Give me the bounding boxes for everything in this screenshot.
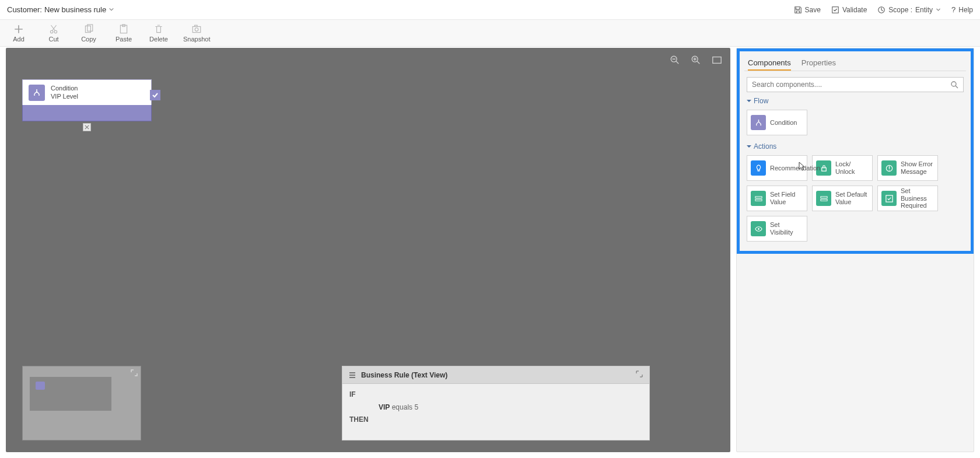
component-set-business-required[interactable]: Set Business Required xyxy=(877,186,938,211)
svg-point-14 xyxy=(951,82,956,86)
section-actions[interactable]: Actions xyxy=(747,142,964,151)
top-actions: Save Validate Scope : Entity ? Help xyxy=(794,5,973,14)
svg-rect-10 xyxy=(195,25,198,26)
zoom-out-icon xyxy=(670,55,680,65)
error-icon xyxy=(881,160,897,176)
x-icon xyxy=(85,125,89,130)
zoom-out-button[interactable] xyxy=(668,54,681,67)
component-label: Condition xyxy=(770,119,797,127)
svg-rect-18 xyxy=(755,199,761,201)
cursor-icon xyxy=(799,162,806,171)
component-condition[interactable]: Condition xyxy=(747,110,807,135)
condition-label: Condition xyxy=(51,85,78,93)
section-actions-label: Actions xyxy=(754,142,776,151)
check-icon xyxy=(152,92,159,99)
help-button[interactable]: ? Help xyxy=(951,5,973,14)
eye-icon xyxy=(751,221,766,236)
scope-label: Scope : xyxy=(888,6,912,14)
svg-rect-21 xyxy=(886,195,892,201)
paste-button[interactable]: Paste xyxy=(113,24,134,43)
expand-icon xyxy=(130,369,138,377)
component-recommendation[interactable]: Recommendation xyxy=(747,155,807,181)
delete-icon xyxy=(153,24,164,34)
svg-rect-8 xyxy=(192,26,201,32)
component-label: Set Business Required xyxy=(901,187,934,209)
component-set-default-value[interactable]: Set Default Value xyxy=(812,186,873,211)
text-view-panel: Business Rule (Text View) IF VIP equals … xyxy=(342,366,650,440)
help-label: Help xyxy=(958,6,973,14)
toolbar: Add Cut Copy Paste Delete Snapshot xyxy=(0,20,980,47)
svg-point-2 xyxy=(50,30,53,33)
page-title[interactable]: Customer: New business rule xyxy=(7,5,114,14)
text-view-title: Business Rule (Text View) xyxy=(361,371,447,379)
text-view-expand-button[interactable] xyxy=(635,370,643,380)
condition-text: Condition VIP Level xyxy=(51,85,78,101)
right-sidebar: Components Properties Flow Condition xyxy=(736,48,974,452)
if-keyword: IF xyxy=(349,390,356,398)
set-default-icon xyxy=(816,191,831,206)
title-bar: Customer: New business rule Save Validat… xyxy=(0,0,980,20)
component-lock-unlock[interactable]: Lock/ Unlock xyxy=(812,155,873,181)
snapshot-button[interactable]: Snapshot xyxy=(183,24,210,43)
title-name: New business rule xyxy=(44,5,106,14)
paste-icon xyxy=(118,24,129,34)
component-set-visibility[interactable]: Set Visibility xyxy=(747,216,807,242)
minimap-viewport[interactable] xyxy=(30,377,111,411)
zoom-in-icon xyxy=(691,55,701,65)
flow-components: Condition xyxy=(744,109,966,139)
main-layout: Condition VIP Level xyxy=(0,47,980,458)
save-icon xyxy=(794,6,802,14)
design-canvas[interactable]: Condition VIP Level xyxy=(6,48,730,452)
component-label: Recommendation xyxy=(770,165,820,172)
branch-icon xyxy=(751,115,766,130)
section-flow[interactable]: Flow xyxy=(747,97,964,105)
rule-expr: equals 5 xyxy=(392,403,418,411)
cut-button[interactable]: Cut xyxy=(43,24,64,43)
list-icon xyxy=(348,371,356,379)
svg-rect-15 xyxy=(821,167,826,171)
zoom-in-button[interactable] xyxy=(690,54,702,67)
delete-button[interactable]: Delete xyxy=(148,24,169,43)
save-label: Save xyxy=(805,6,821,14)
rule-field: VIP xyxy=(379,403,390,411)
condition-node[interactable]: Condition VIP Level xyxy=(22,79,152,121)
validate-button[interactable]: Validate xyxy=(831,6,867,14)
fit-icon xyxy=(712,55,722,65)
action-components: Recommendation Lock/ Unlock Show Error M… xyxy=(744,154,966,245)
delete-label: Delete xyxy=(149,36,168,43)
scope-icon xyxy=(877,6,886,14)
search-input[interactable] xyxy=(752,81,950,89)
copy-button[interactable]: Copy xyxy=(78,24,99,43)
collapse-icon xyxy=(747,144,751,149)
search-icon xyxy=(950,81,958,89)
minimap[interactable] xyxy=(22,366,141,440)
component-label: Set Visibility xyxy=(770,221,803,236)
add-label: Add xyxy=(13,36,24,43)
plus-icon xyxy=(13,24,24,34)
scope-select[interactable]: Scope : Entity xyxy=(877,6,941,14)
add-button[interactable]: Add xyxy=(8,24,29,43)
components-panel-highlighted: Components Properties Flow Condition xyxy=(737,48,974,254)
component-set-field-value[interactable]: Set Field Value xyxy=(747,186,807,211)
copy-label: Copy xyxy=(81,36,96,43)
expand-icon xyxy=(635,370,643,378)
tab-components[interactable]: Components xyxy=(748,56,791,71)
condition-false-handle[interactable] xyxy=(83,123,91,131)
save-button[interactable]: Save xyxy=(794,6,821,14)
minimap-expand-button[interactable] xyxy=(130,369,138,377)
tab-properties[interactable]: Properties xyxy=(802,56,836,71)
required-icon xyxy=(881,191,897,206)
rule-expression: VIP equals 5 xyxy=(379,401,642,414)
chevron-down-icon xyxy=(936,7,941,12)
component-show-error[interactable]: Show Error Message xyxy=(877,155,938,181)
text-view-header: Business Rule (Text View) xyxy=(342,366,649,384)
fit-button[interactable] xyxy=(710,54,723,67)
search-components[interactable] xyxy=(747,77,964,92)
minimap-node xyxy=(36,382,45,390)
snapshot-label: Snapshot xyxy=(183,36,210,43)
condition-body[interactable] xyxy=(22,105,152,121)
validate-icon xyxy=(831,6,839,14)
chevron-down-icon xyxy=(108,6,114,14)
text-view-body: IF VIP equals 5 THEN xyxy=(342,384,649,431)
condition-true-handle[interactable] xyxy=(150,90,160,100)
